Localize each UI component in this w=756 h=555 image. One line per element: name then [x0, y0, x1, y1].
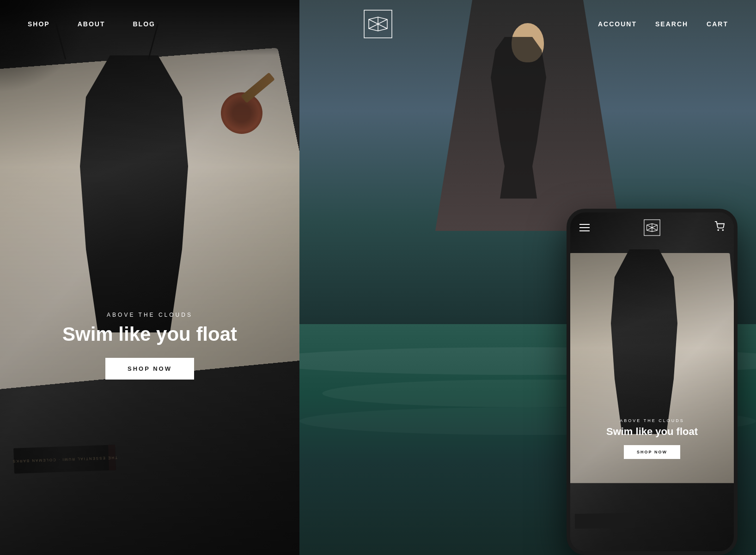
hamburger-line-1 [579, 224, 590, 225]
svg-point-4 [718, 229, 719, 230]
nav-item-blog[interactable]: BLOG [133, 20, 155, 28]
hamburger-line-3 [579, 230, 590, 231]
phone-screen: ABOVE THE CLOUDS Swim like you float SHO… [570, 212, 734, 551]
svg-point-5 [722, 229, 723, 230]
nav-left: SHOP ABOUT BLOG [28, 20, 155, 28]
nav-right: ACCOUNT SEARCH CART [598, 20, 728, 28]
nav-item-search[interactable]: SEARCH [655, 20, 688, 28]
phone-hero-subtitle: ABOVE THE CLOUDS [579, 418, 725, 423]
left-overlay [0, 0, 299, 555]
left-hero-panel: THE ESSENTIAL RUMI · COLEMAN BARKS ABOVE… [0, 0, 299, 555]
phone-hero-title: Swim like you float [579, 426, 725, 438]
hamburger-line-2 [579, 227, 590, 228]
left-cta: ABOVE THE CLOUDS Swim like you float SHO… [0, 312, 299, 380]
right-hero-panel: ABOVE THE CLOUDS Swim like you float SHO… [299, 0, 756, 555]
nav-item-account[interactable]: ACCOUNT [598, 20, 637, 28]
navigation: SHOP ABOUT BLOG ACCOUNT SEARCH CART [0, 0, 756, 48]
hero-container: THE ESSENTIAL RUMI · COLEMAN BARKS ABOVE… [0, 0, 756, 555]
phone-shop-now-button[interactable]: SHOP NOW [624, 445, 680, 459]
phone-book-prop [575, 513, 635, 529]
phone-cta: ABOVE THE CLOUDS Swim like you float SHO… [570, 418, 734, 459]
brand-logo[interactable] [362, 8, 394, 42]
phone-frame: ABOVE THE CLOUDS Swim like you float SHO… [567, 209, 738, 555]
shop-now-button[interactable]: SHOP NOW [105, 358, 194, 380]
hero-subtitle: ABOVE THE CLOUDS [0, 312, 299, 318]
nav-item-about[interactable]: ABOUT [78, 20, 105, 28]
phone-mockup: ABOVE THE CLOUDS Swim like you float SHO… [567, 209, 738, 555]
phone-cart-icon[interactable] [714, 221, 725, 234]
nav-item-shop[interactable]: SHOP [28, 20, 50, 28]
nav-item-cart[interactable]: CART [707, 20, 728, 28]
hamburger-menu-icon[interactable] [579, 224, 590, 231]
phone-navigation [570, 212, 734, 242]
phone-overlay [570, 212, 734, 551]
hero-title: Swim like you float [0, 324, 299, 345]
phone-brand-logo[interactable] [643, 218, 661, 237]
